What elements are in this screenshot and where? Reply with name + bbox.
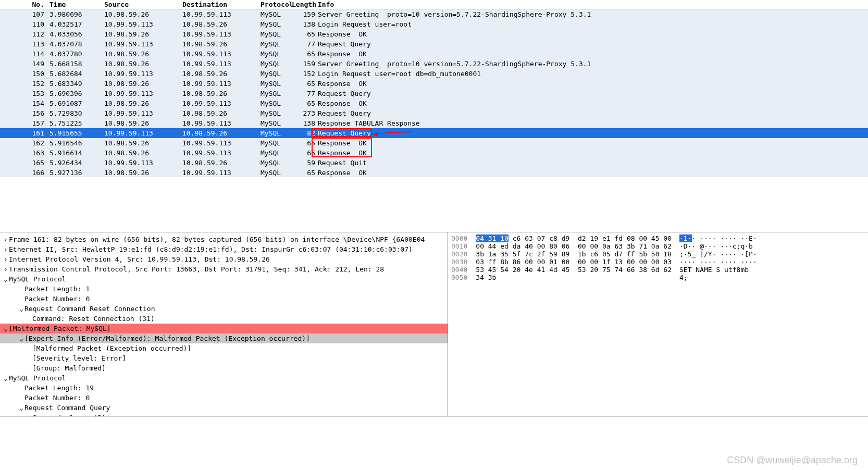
- packet-row[interactable]: 1625.91654610.98.59.2610.99.59.113MySQL6…: [0, 138, 868, 148]
- packet-row[interactable]: 1505.68268410.99.59.11310.98.59.26MySQL1…: [0, 69, 868, 79]
- cell-proto: MySQL: [261, 138, 292, 148]
- col-header-destination[interactable]: Destination: [182, 0, 261, 9]
- packet-row[interactable]: 1495.66815810.98.59.2610.99.59.113MySQL1…: [0, 59, 868, 69]
- packet-row[interactable]: 1575.75122510.98.59.2610.99.59.113MySQL1…: [0, 118, 868, 128]
- packet-bytes-pane[interactable]: 000000100020003000400050 04 31 10 c6 03 …: [448, 232, 868, 416]
- cell-info: Server Greeting proto=10 version=5.7.22-…: [318, 9, 868, 19]
- hex-bytes-line[interactable]: 04 31 10 c6 03 07 c8 d9 d2 19 e1 fd 08 0…: [476, 234, 672, 242]
- tree-line[interactable]: [Malformed Packet (Exception occurred)]: [0, 343, 448, 353]
- col-header-no[interactable]: No.: [0, 0, 49, 9]
- cell-len: 152: [292, 69, 318, 79]
- tree-caret-icon[interactable]: [26, 343, 32, 353]
- tree-line[interactable]: ⌄MySQL Protocol: [0, 373, 448, 383]
- packet-row[interactable]: 1665.92713610.98.59.2610.99.59.113MySQL6…: [0, 168, 868, 177]
- tree-text: [Malformed Packet (Exception occurred)]: [32, 344, 191, 352]
- col-header-protocol[interactable]: Protocol: [261, 0, 292, 9]
- cell-time: 5.682684: [49, 69, 104, 79]
- tree-caret-icon[interactable]: [26, 353, 32, 363]
- tree-line[interactable]: Packet Number: 0: [0, 294, 448, 304]
- tree-line[interactable]: ⌄MySQL Protocol: [0, 274, 448, 284]
- tree-caret-icon[interactable]: ›: [3, 264, 9, 274]
- tree-line[interactable]: ⌄[Malformed Packet: MySQL]: [0, 324, 448, 333]
- hex-bytes-line[interactable]: 34 3b: [476, 274, 672, 281]
- tree-caret-icon[interactable]: ⌄: [18, 403, 24, 413]
- tree-line[interactable]: ›Ethernet II, Src: HewlettP_19:e1:fd (c8…: [0, 244, 448, 254]
- tree-line[interactable]: [Severity level: Error]: [0, 353, 448, 363]
- cell-src: 10.98.59.26: [104, 49, 182, 59]
- tree-caret-icon[interactable]: ›: [3, 254, 9, 264]
- packet-row[interactable]: 1615.91565510.99.59.11310.98.59.26MySQL8…: [0, 128, 868, 138]
- col-header-length[interactable]: Length: [292, 0, 318, 9]
- cell-time: 5.691087: [49, 98, 104, 108]
- hex-bytes-line[interactable]: 53 45 54 20 4e 41 4d 45 53 20 75 74 66 3…: [476, 266, 672, 274]
- cell-dst: 10.98.59.26: [182, 19, 261, 29]
- tree-text: Command: Reset Connection (31): [32, 315, 155, 323]
- cell-time: 5.927136: [49, 168, 104, 177]
- tree-line[interactable]: ›Frame 161: 82 bytes on wire (656 bits),…: [0, 234, 448, 244]
- packet-row[interactable]: 1525.68334910.98.59.2610.99.59.113MySQL6…: [0, 79, 868, 89]
- tree-line[interactable]: Command: Reset Connection (31): [0, 314, 448, 324]
- cell-len: 77: [292, 89, 318, 98]
- cell-dst: 10.99.59.113: [182, 9, 261, 19]
- tree-line[interactable]: ›Internet Protocol Version 4, Src: 10.99…: [0, 254, 448, 264]
- hex-bytes-line[interactable]: 3b 1a 35 5f 7c 2f 59 89 1b c6 05 d7 ff 5…: [476, 250, 672, 258]
- hex-bytes-line[interactable]: 03 ff 8b 86 00 00 01 00 00 00 1f 13 00 0…: [476, 258, 672, 266]
- tree-text: Ethernet II, Src: HewlettP_19:e1:fd (c8:…: [9, 245, 413, 253]
- packet-row[interactable]: 1073.98069610.98.59.2610.99.59.113MySQL1…: [0, 9, 868, 19]
- hex-offset: 0040: [451, 266, 473, 274]
- tree-caret-icon[interactable]: ⌄: [3, 324, 9, 333]
- packet-details-pane[interactable]: ›Frame 161: 82 bytes on wire (656 bits),…: [0, 232, 448, 416]
- tree-text: Packet Length: 1: [24, 285, 90, 293]
- tree-caret-icon[interactable]: [26, 413, 32, 416]
- tree-caret-icon[interactable]: ⌄: [18, 304, 24, 314]
- tree-line[interactable]: ⌄Request Command Query: [0, 403, 448, 413]
- tree-line[interactable]: Packet Length: 1: [0, 284, 448, 294]
- tree-line[interactable]: [Group: Malformed]: [0, 363, 448, 373]
- packet-row[interactable]: 1545.69108710.98.59.2610.99.59.113MySQL6…: [0, 98, 868, 108]
- tree-text: Packet Number: 0: [24, 394, 90, 402]
- tree-caret-icon[interactable]: [18, 383, 24, 393]
- tree-caret-icon[interactable]: [18, 294, 24, 304]
- packet-list-pane[interactable]: No. Time Source Destination Protocol Len…: [0, 0, 868, 177]
- packet-row[interactable]: 1565.72983010.99.59.11310.98.59.26MySQL2…: [0, 108, 868, 118]
- tree-caret-icon[interactable]: [18, 393, 24, 403]
- packet-row[interactable]: 1535.69039610.99.59.11310.98.59.26MySQL7…: [0, 89, 868, 98]
- cell-src: 10.98.59.26: [104, 29, 182, 39]
- cell-time: 4.037078: [49, 39, 104, 49]
- col-header-info[interactable]: Info: [318, 0, 868, 9]
- packet-row[interactable]: 1144.03778010.98.59.2610.99.59.113MySQL6…: [0, 49, 868, 59]
- tree-line[interactable]: Packet Number: 0: [0, 393, 448, 403]
- hex-bytes-line[interactable]: 00 44 ed da 40 00 80 06 00 00 0a 63 3b 7…: [476, 242, 672, 250]
- tree-caret-icon[interactable]: [26, 363, 32, 373]
- tree-caret-icon[interactable]: [26, 314, 32, 324]
- tree-text: Internet Protocol Version 4, Src: 10.99.…: [9, 255, 270, 263]
- cell-len: 65: [292, 79, 318, 89]
- cell-time: 5.915655: [49, 128, 104, 138]
- tree-caret-icon[interactable]: [18, 284, 24, 294]
- packet-row[interactable]: 1635.91661410.98.59.2610.99.59.113MySQL6…: [0, 148, 868, 158]
- tree-caret-icon[interactable]: ⌄: [3, 274, 9, 284]
- tree-line[interactable]: ⌄[Expert Info (Error/Malformed): Malform…: [0, 333, 448, 343]
- cell-len: 273: [292, 108, 318, 118]
- cell-no: 149: [0, 59, 49, 69]
- tree-text: Packet Length: 19: [24, 384, 94, 392]
- tree-caret-icon[interactable]: ⌄: [3, 373, 9, 383]
- col-header-time[interactable]: Time: [49, 0, 104, 9]
- packet-row[interactable]: 1124.03305610.98.59.2610.99.59.113MySQL6…: [0, 29, 868, 39]
- cell-src: 10.99.59.113: [104, 128, 182, 138]
- cell-len: 65: [292, 138, 318, 148]
- col-header-source[interactable]: Source: [104, 0, 182, 9]
- tree-caret-icon[interactable]: ⌄: [18, 333, 24, 343]
- tree-text: [Malformed Packet: MySQL]: [9, 325, 111, 332]
- tree-line[interactable]: Command: Query (3): [0, 413, 448, 416]
- packet-row[interactable]: 1134.03707810.99.59.11310.98.59.26MySQL7…: [0, 39, 868, 49]
- tree-caret-icon[interactable]: ›: [3, 234, 9, 244]
- tree-line[interactable]: Packet Length: 19: [0, 383, 448, 393]
- cell-no: 166: [0, 168, 49, 177]
- packet-row[interactable]: 1655.92643410.99.59.11310.98.59.26MySQL5…: [0, 158, 868, 168]
- tree-caret-icon[interactable]: ›: [3, 244, 9, 254]
- cell-time: 4.033056: [49, 29, 104, 39]
- packet-row[interactable]: 1104.03251710.99.59.11310.98.59.26MySQL1…: [0, 19, 868, 29]
- tree-line[interactable]: ›Transmission Control Protocol, Src Port…: [0, 264, 448, 274]
- tree-line[interactable]: ⌄Request Command Reset Connection: [0, 304, 448, 314]
